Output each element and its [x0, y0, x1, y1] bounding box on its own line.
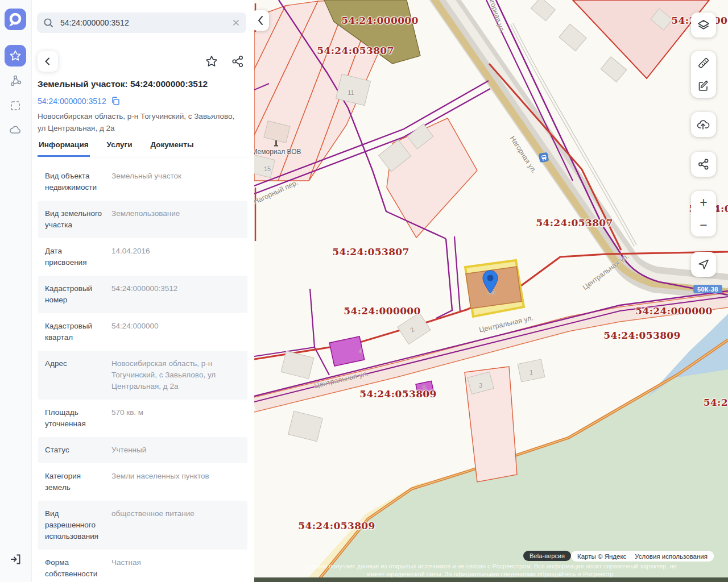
search-bar: [37, 13, 246, 33]
cloud-upload-icon: [696, 118, 711, 131]
terms-link[interactable]: Условия использования: [635, 553, 708, 560]
row-value: 54:24:000000:3512: [111, 283, 241, 306]
table-row: Кадастровый квартал 54:24:000000: [38, 313, 247, 351]
table-row: Статус Учтенный: [38, 437, 247, 463]
info-table: Вид объекта недвижимости Земельный участ…: [31, 163, 254, 582]
zoom-in-label: +: [700, 196, 707, 209]
bottom-strip: [254, 577, 728, 582]
zoom-control: + −: [691, 191, 716, 236]
sidebar-item-favorites[interactable]: [5, 45, 26, 66]
map-area: 54:24:00000054:24:05380754:24:05380754:2…: [254, 0, 728, 582]
selection-square-icon: [9, 99, 22, 113]
tools-group: [691, 51, 716, 98]
exit-button[interactable]: [5, 548, 26, 570]
ruler-button[interactable]: [691, 52, 716, 74]
table-row: Кадастровый номер 54:24:000000:3512: [38, 276, 247, 313]
row-label: Форма собственности: [45, 557, 105, 580]
sidebar-item-cloud[interactable]: [5, 119, 26, 141]
back-button[interactable]: [38, 51, 58, 72]
map-share-button[interactable]: [691, 152, 716, 177]
house-number-label: 11: [348, 89, 354, 96]
search-input[interactable]: [59, 18, 231, 28]
table-row: Вид объекта недвижимости Земельный участ…: [38, 163, 247, 201]
tab[interactable]: Услуги: [106, 139, 134, 157]
row-label: Статус: [45, 444, 105, 456]
edit-icon: [697, 79, 710, 93]
house-number-label: 5: [423, 384, 426, 391]
collapse-sidebar-button[interactable]: [254, 10, 269, 31]
star-outline-icon: [204, 54, 219, 69]
layers-button[interactable]: [691, 13, 716, 38]
left-icon-rail: [0, 0, 32, 582]
chevron-left-icon: [42, 56, 53, 67]
memorial-label: Мемориал ВОВ: [254, 148, 301, 156]
cadastral-quarter-label: 54:24:000000: [635, 305, 713, 317]
row-label: Кадастровый квартал: [45, 321, 105, 343]
row-label: Дата присвоения: [45, 246, 105, 268]
row-value: Земли населенных пунктов: [111, 471, 241, 493]
copy-icon[interactable]: [110, 96, 120, 106]
upload-button[interactable]: [691, 112, 716, 137]
sidebar-item-parcels[interactable]: [5, 70, 26, 92]
cadastral-quarter-label: 54:24:053807: [536, 217, 613, 228]
app-window: Земельный участок: 54:24:000000:3512 54:…: [0, 0, 728, 582]
share-nodes-icon: [230, 54, 245, 69]
chevron-left-icon: [255, 14, 266, 27]
search-icon: [43, 17, 54, 28]
table-row: Вид земельного участка Землепользование: [38, 201, 247, 238]
selected-parcel-pin[interactable]: [482, 269, 499, 297]
tab[interactable]: Документы: [150, 139, 195, 157]
zoom-in-button[interactable]: +: [691, 191, 716, 214]
row-value: Землепользование: [111, 208, 241, 231]
cadastral-number-link[interactable]: 54:24:000000:3512: [38, 97, 106, 106]
row-label: Вид объекта недвижимости: [45, 171, 105, 193]
table-row: Дата присвоения 14.04.2016: [38, 238, 247, 276]
tab[interactable]: Информация: [38, 139, 90, 157]
disclaimer-text: Сервис получает данные из открытых источ…: [254, 563, 728, 578]
page-title: Земельный участок: 54:24:000000:3512: [38, 79, 249, 89]
clear-search-icon[interactable]: [231, 18, 241, 27]
share-button[interactable]: [229, 53, 246, 70]
app-logo[interactable]: [5, 9, 26, 30]
cadastral-quarter-label: 54:24:05: [704, 397, 728, 408]
object-address: Новосибирская область, р-н Тогучинский, …: [38, 110, 243, 134]
row-label: Категория земель: [45, 471, 105, 493]
row-value: Новосибирская область, р-н Тогучинский, …: [111, 358, 241, 392]
house-number-label: 15: [264, 165, 271, 172]
row-value: Земельный участок: [111, 171, 241, 193]
maps-copyright: Карты © Яндекс: [577, 553, 626, 560]
cadastral-quarter-label: 54:24:000000: [341, 15, 419, 26]
map-attribution: Карты © Яндекс Условия использования: [571, 551, 714, 562]
table-row: Адрес Новосибирская область, р-н Тогучин…: [38, 351, 247, 400]
exit-icon: [9, 552, 22, 566]
share-nodes-icon: [697, 157, 710, 171]
house-number-label: 1: [530, 369, 533, 376]
cloud-icon: [9, 123, 22, 137]
locate-arrow-icon: [697, 257, 710, 271]
table-row: Вид разрешенного использования обществен…: [38, 501, 247, 550]
sidebar-item-area-select[interactable]: [5, 95, 26, 117]
cadastral-quarter-label: 54:24:053807: [317, 45, 394, 56]
table-row: Форма собственности Частная: [38, 550, 247, 582]
locate-button[interactable]: [691, 252, 716, 277]
cadastral-quarter-label: 54:24:000000: [344, 305, 421, 317]
row-label: Вид земельного участка: [45, 208, 105, 231]
tab-bar: ИнформацияУслугиДокументы: [38, 139, 249, 157]
cadastral-quarter-label: 54:24:053807: [332, 246, 410, 257]
draw-button[interactable]: [691, 74, 716, 97]
cadastral-quarter-label: 54:24:053809: [298, 520, 375, 531]
ruler-icon: [697, 56, 710, 70]
house-number-label: 3: [479, 382, 482, 389]
row-label: Площадь уточненная: [45, 407, 105, 430]
road-number-badge: 50К-38: [693, 285, 722, 293]
favorite-button[interactable]: [203, 53, 220, 70]
row-label: Кадастровый номер: [45, 283, 105, 306]
detail-header: [38, 51, 246, 72]
polygon-nodes-icon: [8, 73, 23, 88]
layers-icon: [697, 18, 710, 32]
row-value: 54:24:000000: [111, 321, 241, 343]
zoom-out-button[interactable]: −: [691, 214, 716, 236]
house-number-label: 4: [359, 348, 362, 355]
cadastral-quarter-label: 54:24:053809: [603, 330, 681, 341]
zoom-out-label: −: [700, 219, 707, 232]
